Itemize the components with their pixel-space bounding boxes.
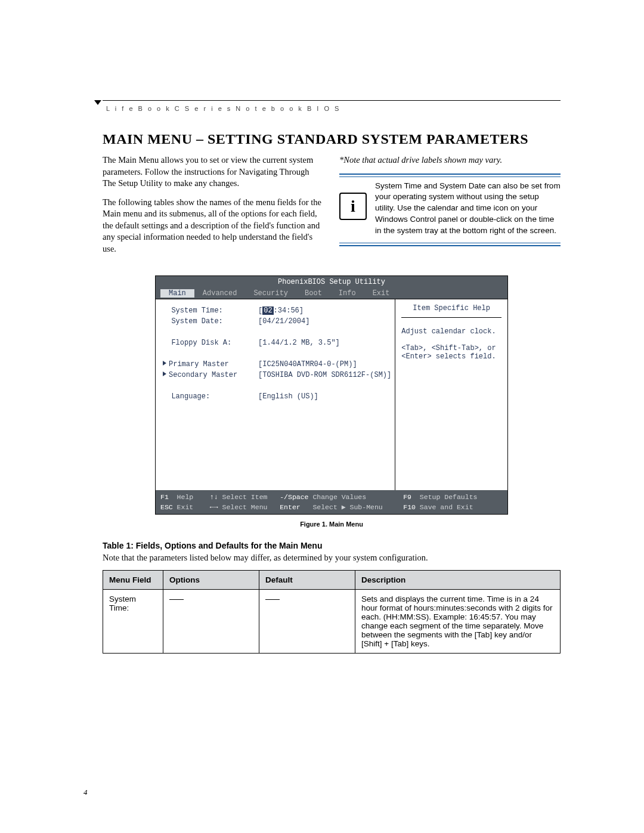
bios-help-line: <Enter> selects field. (401, 352, 501, 361)
header-rule (103, 100, 561, 101)
bios-title: PhoenixBIOS Setup Utility (156, 276, 507, 288)
bios-help-panel: Item Specific Help Adjust calendar clock… (395, 299, 507, 490)
bios-footer: F1 Help ↑↓ Select Item -/Space Change Va… (156, 490, 507, 515)
td-default (259, 590, 355, 654)
right-column: *Note that actual drive labels shown may… (339, 154, 561, 262)
table-row: System Time: Sets and displays the curre… (103, 590, 561, 654)
bios-field-label (163, 349, 258, 358)
bios-tab-info: Info (330, 289, 364, 298)
bios-field-label: Secondary Master (163, 371, 258, 379)
bios-tab-boot: Boot (296, 289, 330, 298)
bios-field-row: Primary Master[IC25N040ATMR04-0-(PM)] (163, 360, 391, 368)
info-callout: i System Time and System Date can also b… (339, 174, 561, 246)
bios-field-label (163, 382, 258, 390)
bios-help-title: Item Specific Help (401, 304, 501, 318)
paragraph: The following tables show the names of t… (103, 197, 324, 255)
bios-help-line: <Tab>, <Shift-Tab>, or (401, 344, 501, 352)
bios-help-text: Adjust calendar clock. <Tab>, <Shift-Tab… (401, 327, 501, 361)
table-note: Note that the parameters listed below ma… (103, 553, 561, 563)
bios-field-label: System Date: (163, 317, 258, 326)
bios-field-value: [TOSHIBA DVD-ROM SDR6112F-(SM)] (258, 371, 391, 379)
td-options (163, 590, 259, 654)
document-page: L i f e B o o k C S e r i e s N o t e b … (0, 0, 644, 833)
th-menu-field: Menu Field (103, 571, 163, 590)
bios-field-label: Primary Master (163, 360, 258, 368)
bios-screenshot: PhoenixBIOS Setup Utility Main Advanced … (155, 275, 508, 515)
bios-field-label: Floppy Disk A: (163, 339, 258, 347)
bios-help-line (401, 336, 501, 344)
submenu-arrow-icon (163, 361, 166, 366)
th-options: Options (163, 571, 259, 590)
dash-icon (169, 599, 184, 600)
info-icon: i (339, 193, 367, 220)
drive-note: *Note that actual drive labels shown may… (339, 154, 561, 166)
bios-fields: System Time:[02:34:56] System Date:[04/2… (156, 299, 395, 490)
th-description: Description (355, 571, 561, 590)
table-title: Table 1: Fields, Options and Defaults fo… (103, 541, 561, 550)
bios-tab-main: Main (160, 289, 194, 298)
td-field: System Time: (103, 590, 163, 654)
bios-field-row: System Date:[04/21/2004] (163, 317, 391, 326)
bios-field-label: System Time: (163, 306, 258, 315)
header-marker-icon (94, 100, 101, 105)
bios-field-row: Language:[English (US)] (163, 392, 391, 401)
content-area: MAIN MENU – SETTING STANDARD SYSTEM PARA… (103, 131, 561, 654)
th-default: Default (259, 571, 355, 590)
bios-field-value: [04/21/2004] (258, 317, 309, 326)
section-title: MAIN MENU – SETTING STANDARD SYSTEM PARA… (103, 131, 561, 147)
table-header-row: Menu Field Options Default Description (103, 571, 561, 590)
bios-field-row: System Time:[02:34:56] (163, 306, 391, 315)
bios-field-row (163, 328, 391, 336)
bios-field-row (163, 349, 391, 358)
bios-menu-bar: Main Advanced Security Boot Info Exit (156, 288, 507, 299)
left-column: The Main Menu allows you to set or view … (103, 154, 324, 262)
bios-body: System Time:[02:34:56] System Date:[04/2… (156, 299, 507, 490)
bios-tab-security: Security (245, 289, 296, 298)
bios-help-line: Adjust calendar clock. (401, 327, 501, 336)
submenu-arrow-icon (163, 371, 166, 376)
figure-caption: Figure 1. Main Menu (103, 521, 561, 528)
running-head: L i f e B o o k C S e r i e s N o t e b … (106, 105, 340, 112)
dash-icon (265, 599, 280, 600)
bios-field-row: Secondary Master[TOSHIBA DVD-ROM SDR6112… (163, 371, 391, 379)
bios-field-label: Language: (163, 392, 258, 401)
bios-field-value: [English (US)] (258, 392, 318, 401)
bios-field-row (163, 382, 391, 390)
bios-field-value: [1.44/1.2 MB, 3.5"] (258, 339, 340, 347)
paragraph: The Main Menu allows you to set or view … (103, 154, 324, 190)
bios-field-value: [IC25N040ATMR04-0-(PM)] (258, 360, 357, 368)
bios-highlighted-value: 02 (262, 306, 273, 315)
bios-field-label (163, 328, 258, 336)
bios-tab-exit: Exit (364, 289, 398, 298)
bios-field-value: [02:34:56] (258, 306, 304, 315)
page-number: 4 (83, 788, 88, 797)
info-text: System Time and System Date can also be … (375, 181, 561, 237)
bios-tab-advanced: Advanced (194, 289, 246, 298)
two-column-layout: The Main Menu allows you to set or view … (103, 154, 561, 262)
bios-field-row: Floppy Disk A:[1.44/1.2 MB, 3.5"] (163, 339, 391, 347)
td-description: Sets and displays the current time. Time… (355, 590, 561, 654)
fields-table: Menu Field Options Default Description S… (103, 570, 561, 654)
